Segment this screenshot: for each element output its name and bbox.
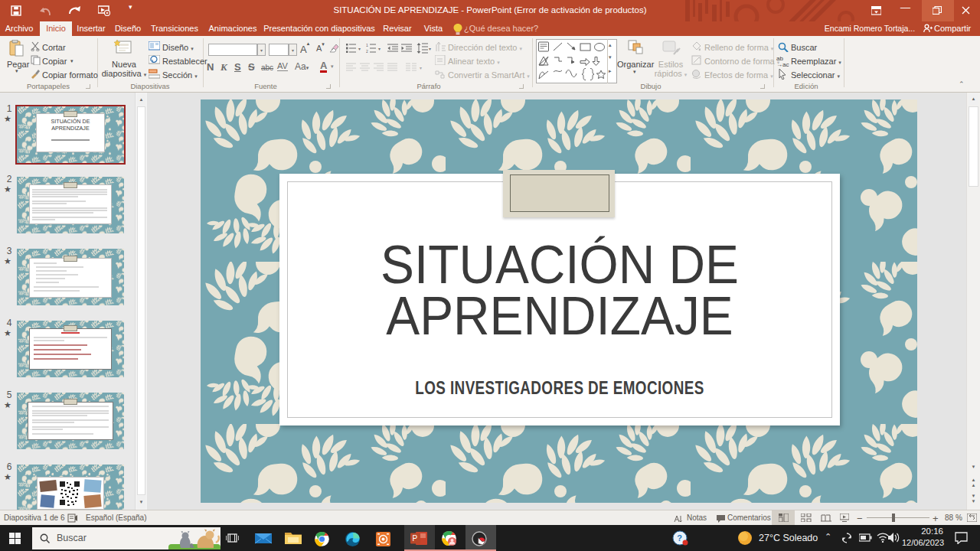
- svg-text:?: ?: [677, 533, 682, 543]
- svg-text:1: 1: [366, 44, 368, 47]
- svg-text:2: 2: [366, 49, 368, 53]
- svg-text:P: P: [413, 534, 418, 543]
